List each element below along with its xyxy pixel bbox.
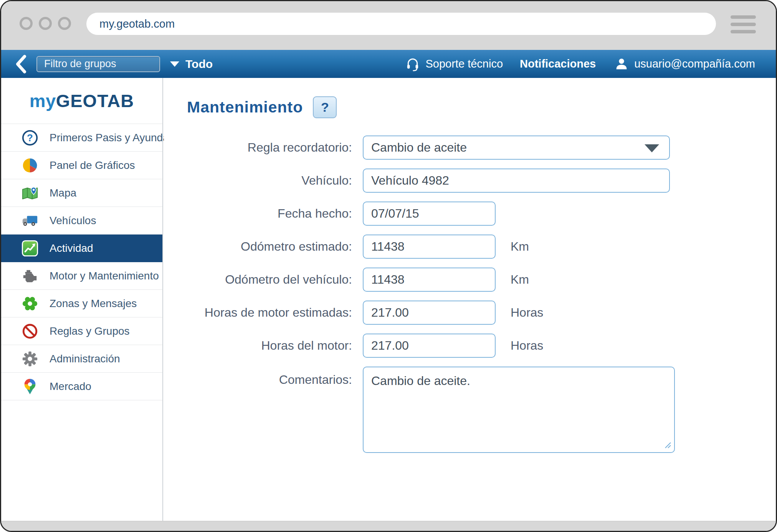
browser-chrome: my.geotab.com xyxy=(1,1,776,50)
sidebar-item-help[interactable]: ? Primeros Pasis y Ayunda xyxy=(1,124,162,152)
sidebar-item-vehicles[interactable]: Vehículos xyxy=(1,207,162,235)
title-row: Mantenimiento ? xyxy=(187,96,337,118)
field-label: Comentarios: xyxy=(164,367,363,387)
engine-hours-input[interactable] xyxy=(363,334,496,358)
url-text: my.geotab.com xyxy=(99,18,175,30)
browser-window: my.geotab.com Filtro de grupos Todo xyxy=(0,0,777,532)
unit-label: Horas xyxy=(511,339,543,353)
form-row: Odómetro estimado: Km xyxy=(164,235,675,259)
chevron-down-icon xyxy=(170,61,179,67)
resize-handle-icon[interactable] xyxy=(665,442,671,449)
sidebar-item-dashboard[interactable]: Panel de Gráficos xyxy=(1,152,162,179)
sidebar-menu: ? Primeros Pasis y Ayunda Panel de Gráfi… xyxy=(1,124,162,400)
logo-my: my xyxy=(30,90,56,111)
field-label: Fecha hecho: xyxy=(164,207,363,221)
form-row: Comentarios: Cambio de aceite. xyxy=(164,367,675,453)
sidebar-item-label: Reglas y Grupos xyxy=(50,325,130,337)
sidebar-item-label: Motor y Mantenimiento xyxy=(50,270,159,282)
field-label: Horas de motor estimadas: xyxy=(164,306,363,320)
support-label: Soporte técnico xyxy=(426,58,503,70)
notifications-link[interactable]: Notificaciones xyxy=(520,58,596,70)
chevron-down-icon xyxy=(645,144,659,152)
menu-icon[interactable] xyxy=(731,15,756,33)
field-label: Odómetro estimado: xyxy=(164,240,363,254)
sidebar-item-label: Zonas y Mensajes xyxy=(50,297,137,310)
activity-chart-icon xyxy=(21,240,39,257)
comments-textarea[interactable]: Cambio de aceite. xyxy=(363,367,675,453)
headset-icon xyxy=(405,56,420,72)
scope-label: Todo xyxy=(185,58,213,71)
sidebar-item-engine-maintenance[interactable]: Motor y Mantenimiento xyxy=(1,262,162,290)
field-label: Vehículo: xyxy=(164,173,363,188)
help-circle-icon: ? xyxy=(21,129,39,147)
group-filter-label: Filtro de grupos xyxy=(44,58,116,70)
prohibition-icon xyxy=(21,322,39,340)
svg-text:?: ? xyxy=(27,132,33,143)
odometer-vehicle-input[interactable] xyxy=(363,268,496,292)
window-control-dot[interactable] xyxy=(20,17,33,30)
logo-geotab: GEOTAB xyxy=(56,90,134,111)
engine-icon xyxy=(21,267,39,285)
sidebar-item-administration[interactable]: Administración xyxy=(1,345,162,373)
sidebar-item-rules-groups[interactable]: Reglas y Grupos xyxy=(1,317,162,345)
pie-chart-icon xyxy=(21,157,39,174)
reminder-rule-value: Cambio de aceite xyxy=(371,140,467,155)
sidebar-item-map[interactable]: Mapa xyxy=(1,179,162,207)
notifications-label: Notificaciones xyxy=(520,58,596,70)
sidebar: myGEOTAB ? Primeros Pasis y Ayunda xyxy=(1,78,163,523)
sidebar-item-label: Actividad xyxy=(50,242,93,254)
help-button-label: ? xyxy=(321,100,329,115)
bottom-bar xyxy=(1,521,776,531)
unit-label: Km xyxy=(511,240,529,254)
reminder-rule-select[interactable]: Cambio de aceite xyxy=(363,135,670,160)
sidebar-item-label: Mercado xyxy=(50,380,91,393)
gear-icon xyxy=(21,350,39,368)
top-nav: Filtro de grupos Todo Soporte técnico No… xyxy=(1,50,776,78)
form-row: Regla recordatorio: Cambio de aceite xyxy=(164,135,675,160)
sidebar-item-label: Administración xyxy=(50,353,120,365)
map-icon xyxy=(21,184,39,202)
form-row: Odómetro del vehículo: Km xyxy=(164,268,675,292)
engine-hours-estimated-input[interactable] xyxy=(363,301,496,325)
vehicle-input[interactable] xyxy=(363,169,670,193)
user-menu[interactable]: usuario@compañía.com xyxy=(614,57,755,71)
url-bar[interactable]: my.geotab.com xyxy=(86,13,716,35)
truck-icon xyxy=(21,212,39,230)
sidebar-item-label: Vehículos xyxy=(50,215,96,227)
unit-label: Km xyxy=(511,273,529,287)
back-button[interactable] xyxy=(15,53,30,75)
help-button[interactable]: ? xyxy=(313,96,337,118)
odometer-estimated-input[interactable] xyxy=(363,235,496,259)
form-row: Fecha hecho: xyxy=(164,202,675,226)
zone-cog-icon xyxy=(21,295,39,312)
field-label: Odómetro del vehículo: xyxy=(164,273,363,287)
sidebar-item-label: Primeros Pasis y Ayunda xyxy=(50,132,169,144)
logo: myGEOTAB xyxy=(1,78,162,124)
sidebar-item-activity[interactable]: Actividad xyxy=(1,235,162,262)
maintenance-form: Regla recordatorio: Cambio de aceite Veh… xyxy=(164,135,675,453)
field-label: Regla recordatorio: xyxy=(164,140,363,155)
window-control-dot[interactable] xyxy=(39,17,52,30)
support-link[interactable]: Soporte técnico xyxy=(405,56,503,72)
sidebar-item-label: Mapa xyxy=(50,187,76,199)
sidebar-item-label: Panel de Gráficos xyxy=(50,159,135,172)
sidebar-item-zones-messages[interactable]: Zonas y Mensajes xyxy=(1,290,162,317)
form-row: Vehículo: xyxy=(164,169,675,193)
scope-dropdown[interactable]: Todo xyxy=(170,58,213,71)
unit-label: Horas xyxy=(511,306,543,320)
main-content: Mantenimiento ? Regla recordatorio: Camb… xyxy=(164,78,776,523)
marketplace-pin-icon xyxy=(21,378,39,395)
form-row: Horas de motor estimadas: Horas xyxy=(164,301,675,325)
page-title: Mantenimiento xyxy=(187,98,303,116)
user-email: usuario@compañía.com xyxy=(634,58,755,70)
sidebar-item-marketplace[interactable]: Mercado xyxy=(1,373,162,400)
comments-wrapper: Cambio de aceite. xyxy=(363,367,675,453)
chevron-left-icon xyxy=(15,55,27,74)
field-label: Horas del motor: xyxy=(164,339,363,353)
user-icon xyxy=(614,57,629,71)
group-filter-box[interactable]: Filtro de grupos xyxy=(36,56,160,72)
form-row: Horas del motor: Horas xyxy=(164,334,675,358)
window-controls xyxy=(20,17,71,30)
window-control-dot[interactable] xyxy=(58,17,71,30)
date-done-input[interactable] xyxy=(363,202,496,226)
